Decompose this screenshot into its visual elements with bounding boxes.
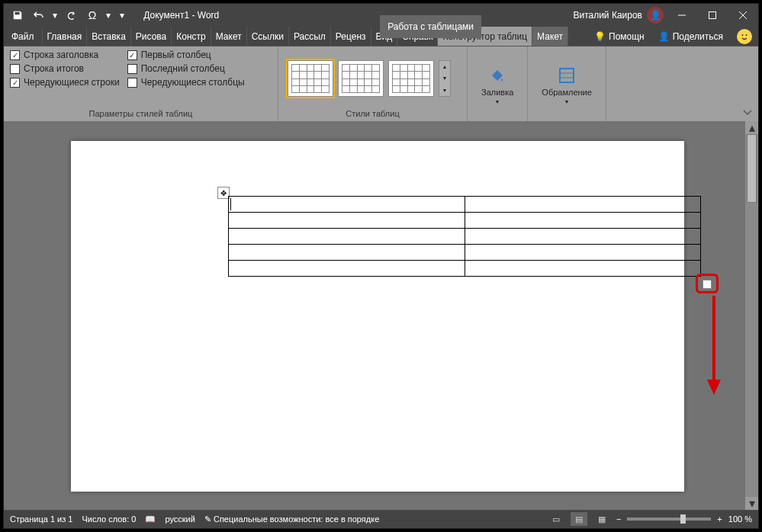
view-web-button[interactable]: ▦ bbox=[593, 512, 610, 526]
svg-point-4 bbox=[742, 34, 744, 36]
view-read-button[interactable]: ▭ bbox=[548, 512, 564, 526]
group-label-styles: Стили таблиц bbox=[285, 107, 461, 120]
save-button[interactable] bbox=[8, 6, 27, 24]
table-cell[interactable] bbox=[465, 261, 701, 277]
qat-customize[interactable]: ▾ bbox=[118, 6, 126, 24]
user-name[interactable]: Виталий Каиров bbox=[573, 10, 642, 21]
symbol-button[interactable]: Ω bbox=[83, 6, 101, 24]
chk-banded-cols[interactable]: Чередующиеся столбцы bbox=[127, 77, 245, 88]
context-title: Работа с таблицами bbox=[380, 15, 481, 38]
table-cell[interactable] bbox=[229, 213, 465, 229]
scroll-thumb[interactable] bbox=[747, 134, 757, 203]
svg-point-5 bbox=[746, 34, 748, 36]
status-bar: Страница 1 из 1 Число слов: 0 📖 русский … bbox=[4, 510, 758, 528]
page[interactable]: ✥ bbox=[71, 141, 684, 492]
chk-first-col[interactable]: ✓Первый столбец bbox=[127, 50, 245, 60]
spellcheck-icon[interactable]: 📖 bbox=[145, 514, 156, 524]
table-style-2[interactable] bbox=[338, 60, 384, 97]
borders-icon bbox=[556, 65, 577, 86]
annotation-arrow-icon bbox=[703, 292, 725, 399]
status-words[interactable]: Число слов: 0 bbox=[82, 514, 136, 524]
table-cell[interactable] bbox=[229, 261, 465, 277]
zoom-slider[interactable] bbox=[627, 518, 711, 521]
undo-button[interactable] bbox=[30, 6, 48, 24]
redo-button[interactable] bbox=[62, 6, 80, 24]
table-styles-gallery: ▴▾▾ bbox=[285, 50, 454, 107]
chk-banded-rows[interactable]: ✓Чередующиеся строки bbox=[10, 77, 120, 88]
chk-header-row[interactable]: ✓Строка заголовка bbox=[10, 50, 120, 60]
view-print-button[interactable]: ▤ bbox=[571, 512, 587, 526]
qat-dropdown-2[interactable]: ▾ bbox=[104, 6, 112, 24]
zoom-level[interactable]: 100 % bbox=[728, 514, 752, 524]
zoom-out-button[interactable]: − bbox=[616, 514, 621, 524]
table-style-1[interactable] bbox=[288, 60, 333, 97]
table-cell[interactable] bbox=[229, 229, 465, 245]
document-table[interactable] bbox=[228, 196, 701, 277]
tab-table-layout[interactable]: Макет bbox=[532, 27, 568, 46]
qat-dropdown-1[interactable]: ▾ bbox=[51, 6, 59, 24]
chk-total-row[interactable]: Строка итогов bbox=[10, 63, 120, 74]
bucket-icon bbox=[487, 65, 508, 86]
svg-rect-6 bbox=[560, 69, 574, 82]
zoom-in-button[interactable]: + bbox=[717, 514, 722, 524]
quick-access-toolbar: ▾ Ω ▾ ▾ bbox=[4, 6, 126, 24]
table-cell[interactable] bbox=[465, 229, 701, 245]
avatar[interactable]: 👤 bbox=[647, 7, 664, 24]
vertical-scrollbar[interactable]: ▴ ▾ bbox=[745, 121, 758, 510]
maximize-button[interactable] bbox=[697, 4, 728, 27]
svg-marker-10 bbox=[707, 380, 721, 395]
close-button[interactable] bbox=[728, 4, 758, 27]
minimize-button[interactable] bbox=[667, 4, 697, 27]
table-cell[interactable] bbox=[229, 197, 465, 213]
share-button[interactable]: 👤Поделиться bbox=[652, 27, 729, 46]
document-title: Документ1 - Word bbox=[143, 10, 219, 21]
gallery-more-button[interactable]: ▴▾▾ bbox=[439, 60, 451, 97]
tab-layout[interactable]: Макет bbox=[211, 27, 247, 46]
group-label-options: Параметры стилей таблиц bbox=[10, 107, 272, 120]
status-accessibility[interactable]: ✎ Специальные возможности: все в порядке bbox=[204, 514, 379, 524]
tab-insert[interactable]: Вставка bbox=[87, 27, 131, 46]
table-style-3[interactable] bbox=[388, 60, 434, 97]
tab-review[interactable]: Реценз bbox=[331, 27, 371, 46]
table-cell[interactable] bbox=[465, 197, 701, 213]
borders-button[interactable]: Обрамление▾ bbox=[534, 50, 600, 120]
table-cell[interactable] bbox=[229, 245, 465, 261]
scroll-up-button[interactable]: ▴ bbox=[745, 121, 758, 134]
document-area: ✥ ▴ ▾ bbox=[4, 121, 758, 510]
scroll-down-button[interactable]: ▾ bbox=[745, 497, 758, 510]
ribbon: ✓Строка заголовка Строка итогов ✓Чередую… bbox=[4, 46, 758, 121]
tab-file[interactable]: Файл bbox=[4, 27, 43, 46]
svg-rect-1 bbox=[709, 12, 716, 19]
table-resize-handle[interactable] bbox=[703, 280, 712, 289]
title-bar: ▾ Ω ▾ ▾ Документ1 - Word Работа с таблиц… bbox=[4, 4, 758, 27]
tab-references[interactable]: Ссылки bbox=[247, 27, 289, 46]
chk-last-col[interactable]: Последний столбец bbox=[127, 63, 245, 74]
table-cell[interactable] bbox=[465, 245, 701, 261]
collapse-ribbon-button[interactable] bbox=[741, 106, 754, 118]
status-language[interactable]: русский bbox=[165, 514, 195, 524]
zoom-slider-thumb[interactable] bbox=[680, 514, 686, 524]
tab-home[interactable]: Главная bbox=[43, 27, 88, 46]
feedback-icon[interactable] bbox=[737, 29, 752, 44]
tab-design[interactable]: Констр bbox=[172, 27, 211, 46]
status-page[interactable]: Страница 1 из 1 bbox=[10, 514, 72, 524]
table-cell[interactable] bbox=[465, 213, 701, 229]
tab-draw[interactable]: Рисова bbox=[131, 27, 172, 46]
tell-me-button[interactable]: 💡Помощн bbox=[588, 27, 651, 46]
tab-mailings[interactable]: Рассыл bbox=[289, 27, 331, 46]
shading-button[interactable]: Заливка▾ bbox=[474, 50, 521, 120]
